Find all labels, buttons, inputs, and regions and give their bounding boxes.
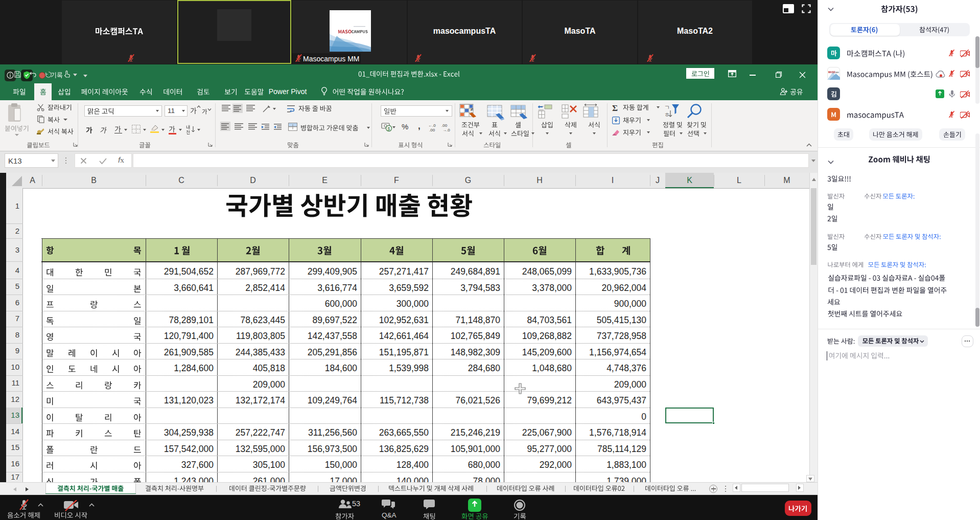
svg-text:CAM: CAM [834,71,839,74]
svg-text:.00: .00 [441,123,448,128]
svg-text:$: $ [388,126,390,131]
svg-text:←.0: ←.0 [428,123,436,128]
svg-text:ㅎ: ㅎ [664,111,670,118]
svg-text:ㄱ: ㄱ [664,104,670,110]
svg-text:→.0: →.0 [442,128,450,132]
svg-text:.00: .00 [429,128,435,132]
svg-text:≠: ≠ [470,106,473,112]
